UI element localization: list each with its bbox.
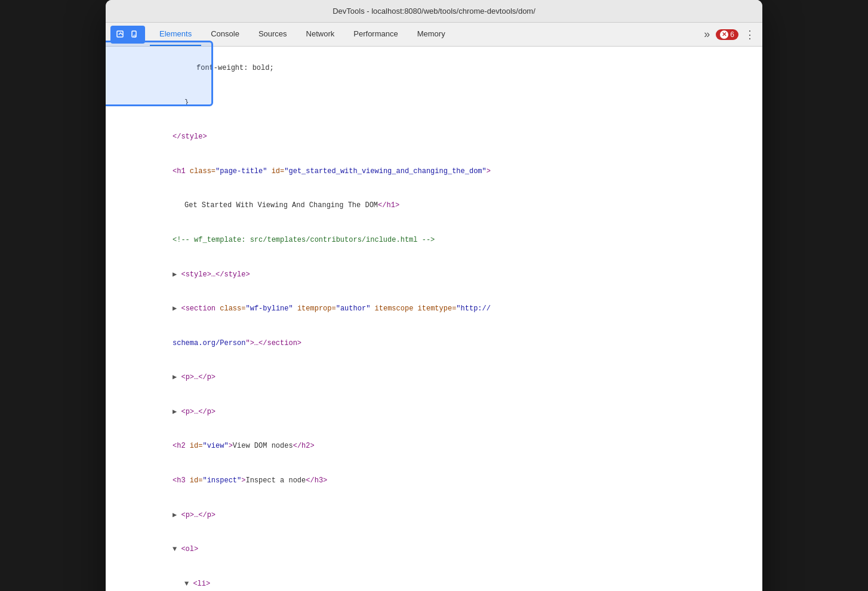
dom-line[interactable]: ▼ <ol>	[118, 532, 762, 567]
dom-line[interactable]: <h2 id="view">View DOM nodes</h2>	[118, 429, 762, 464]
error-badge[interactable]: ✕ 6	[716, 29, 738, 40]
tab-elements[interactable]: Elements	[150, 23, 201, 46]
tab-performance[interactable]: Performance	[344, 23, 407, 46]
tab-memory[interactable]: Memory	[408, 23, 455, 46]
more-tabs-button[interactable]: »	[701, 26, 712, 43]
dom-line[interactable]: Get Started With Viewing And Changing Th…	[118, 189, 762, 223]
window-title: DevTools - localhost:8080/web/tools/chro…	[333, 7, 535, 16]
menu-button[interactable]: ⋮	[742, 26, 758, 44]
device-icon[interactable]	[128, 28, 141, 41]
dom-line[interactable]: ▶ <style>…</style>	[118, 257, 762, 292]
devtools-body: font-weight: bold; } </style> <h1 class=…	[106, 47, 762, 591]
devtools-window: DevTools - localhost:8080/web/tools/chro…	[106, 0, 762, 591]
dom-line[interactable]: ▶ <p>…</p>	[118, 498, 762, 532]
dom-line[interactable]: </style>	[118, 120, 762, 155]
error-icon: ✕	[720, 30, 728, 39]
tab-sources[interactable]: Sources	[249, 23, 297, 46]
devtools-toolbar: Elements Console Sources Network Perform…	[106, 23, 762, 47]
title-bar: DevTools - localhost:8080/web/tools/chro…	[106, 0, 762, 23]
dom-line[interactable]: ▼ <li>	[118, 567, 762, 591]
toolbar-right: » ✕ 6 ⋮	[701, 26, 758, 44]
dom-line[interactable]: }	[118, 86, 762, 121]
toolbar-tabs: Elements Console Sources Network Perform…	[150, 23, 701, 46]
inspect-icon[interactable]	[114, 28, 127, 41]
error-count: 6	[730, 30, 734, 39]
dom-line[interactable]: <h3 id="inspect">Inspect a node</h3>	[118, 464, 762, 498]
toolbar-icon-group	[110, 26, 145, 44]
tab-console[interactable]: Console	[201, 23, 249, 46]
tab-network[interactable]: Network	[297, 23, 344, 46]
svg-rect-2	[134, 35, 136, 37]
dom-line[interactable]: schema.org/Person">…</section>	[118, 327, 762, 361]
dom-line[interactable]: ▶ <p>…</p>	[118, 361, 762, 395]
dom-line[interactable]: font-weight: bold;	[118, 51, 762, 86]
dom-line[interactable]: <h1 class="page-title" id="get_started_w…	[118, 155, 762, 189]
dom-viewer[interactable]: font-weight: bold; } </style> <h1 class=…	[106, 47, 762, 591]
dom-viewer-wrapper: font-weight: bold; } </style> <h1 class=…	[106, 47, 762, 591]
dom-line[interactable]: <!-- wf_template: src/templates/contribu…	[118, 223, 762, 258]
dom-line[interactable]: ▶ <p>…</p>	[118, 395, 762, 430]
dom-line[interactable]: ▶ <section class="wf-byline" itemprop="a…	[118, 292, 762, 327]
